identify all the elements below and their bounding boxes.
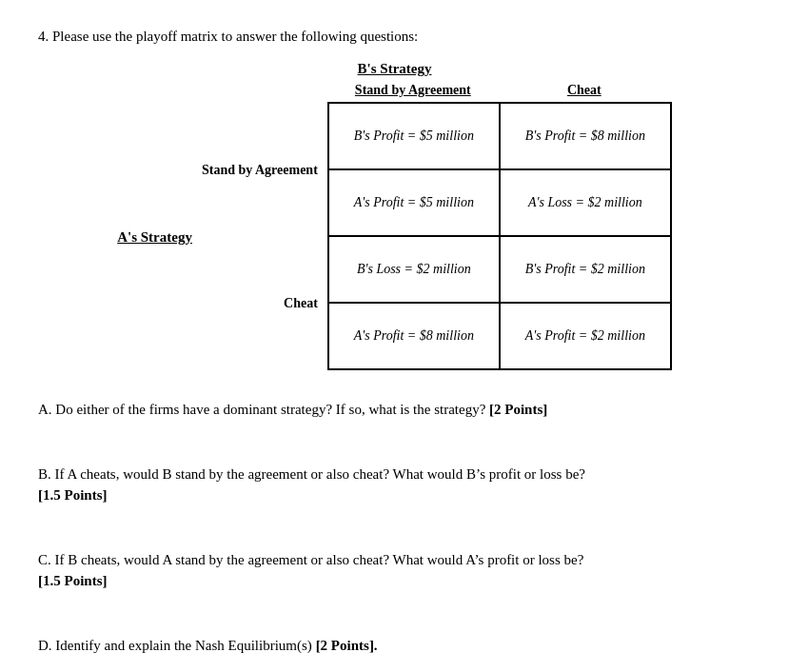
question-b-label: B. xyxy=(38,466,51,482)
cell-cs-top: B's Loss = $2 million xyxy=(328,236,500,303)
question-c-label: C. xyxy=(38,552,51,567)
cell-cc-bottom: A's Profit = $2 million xyxy=(500,303,671,369)
cell-cc-top: B's Profit = $2 million xyxy=(500,236,671,303)
question-d-points: [2 Points]. xyxy=(316,638,378,653)
question-c: C. If B cheats, would A stand by the agr… xyxy=(38,549,751,592)
cell-ss-bottom: A's Profit = $5 million xyxy=(328,169,500,236)
question-b-text: If A cheats, would B stand by the agreem… xyxy=(55,466,586,482)
cell-ss-top: B's Profit = $5 million xyxy=(328,103,500,169)
question-d: D. Identify and explain the Nash Equilib… xyxy=(38,635,751,657)
question-d-text: Identify and explain the Nash Equilibriu… xyxy=(55,638,312,653)
matrix-right: Stand by Agreement Cheat B's Profit = $5… xyxy=(327,83,672,370)
cell-sc-bottom: A's Loss = $2 million xyxy=(500,169,671,236)
questions-section: A. Do either of the firms have a dominan… xyxy=(38,399,751,656)
col-header-standby: Stand by Agreement xyxy=(327,83,499,98)
bs-strategy-label: B's Strategy xyxy=(358,61,432,77)
row-label-cheat: Cheat xyxy=(202,237,324,370)
question-a-label: A. xyxy=(38,402,52,417)
cell-cs-bottom: A's Profit = $8 million xyxy=(328,303,500,369)
question-a: A. Do either of the firms have a dominan… xyxy=(38,399,751,421)
col-header-cheat: Cheat xyxy=(499,83,670,98)
as-strategy-label: A's Strategy xyxy=(117,104,192,370)
question-b: B. If A cheats, would B stand by the agr… xyxy=(38,464,751,506)
question-d-label: D. xyxy=(38,638,52,653)
question-c-points: [1.5 Points] xyxy=(38,573,108,588)
matrix-grid: B's Profit = $5 million B's Profit = $8 … xyxy=(327,102,672,370)
matrix-section: B's Strategy A's Strategy Stand by Agree… xyxy=(38,61,751,370)
question-number-text: 4. Please use the playoff matrix to answ… xyxy=(38,29,751,45)
row-label-standby: Stand by Agreement xyxy=(202,104,324,237)
question-b-points: [1.5 Points] xyxy=(38,487,108,503)
question-c-text: If B cheats, would A stand by the agreem… xyxy=(55,552,584,567)
cell-sc-top: B's Profit = $8 million xyxy=(500,103,671,169)
question-a-points: [2 Points] xyxy=(489,402,547,417)
question-header: 4. Please use the playoff matrix to answ… xyxy=(38,29,751,45)
question-a-text: Do either of the firms have a dominant s… xyxy=(55,402,485,417)
